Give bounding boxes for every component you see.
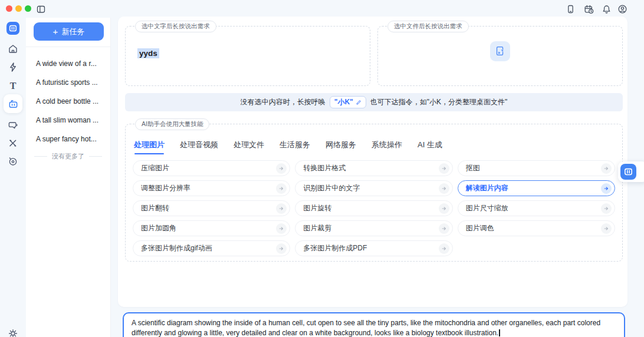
arrow-right-icon: [276, 203, 287, 214]
no-more-label: 没有更多了: [26, 152, 110, 161]
arrow-right-icon: [601, 223, 612, 234]
text-tool-icon[interactable]: T: [8, 81, 18, 91]
skill-button[interactable]: 压缩图片: [133, 160, 290, 176]
arrow-right-icon: [439, 183, 449, 194]
arrow-right-icon: [276, 223, 287, 234]
skill-button[interactable]: 图片旋转: [295, 200, 452, 216]
skills-tabs: 处理图片 处理音视频 处理文件 生活服务 网络服务 系统操作 AI 生成: [134, 140, 614, 150]
tab-process-image[interactable]: 处理图片: [134, 140, 165, 150]
skill-label: 图片加圆角: [141, 223, 176, 233]
task-list: A wide view of a r... A futuristic sport…: [26, 54, 110, 148]
task-item[interactable]: A futuristic sports ...: [26, 73, 110, 92]
skill-button[interactable]: 识别图片中的文字: [295, 180, 452, 196]
arrow-right-icon: [439, 223, 449, 234]
selected-text-box-label: 选中文字后长按说出需求: [135, 21, 216, 32]
sidebar-toggle-icon[interactable]: [36, 4, 46, 14]
skills-box-label: AI助手会使用大量技能: [135, 118, 209, 130]
tools-icon[interactable]: [8, 138, 18, 148]
app-window: T + 新任务 A wide view of a r... A futurist…: [0, 0, 644, 337]
skill-button[interactable]: 图片翻转: [133, 200, 290, 216]
device-icon[interactable]: [566, 4, 576, 14]
new-task-button[interactable]: + 新任务: [34, 22, 104, 41]
arrow-right-icon: [439, 243, 449, 254]
edit-pencil-icon: [356, 100, 362, 105]
selected-text-content[interactable]: yyds: [137, 48, 159, 58]
skill-label: 图片裁剪: [303, 223, 331, 233]
skill-label: 图片尺寸缩放: [466, 203, 508, 213]
robot-icon[interactable]: [4, 94, 22, 113]
compass-icon[interactable]: [8, 156, 18, 167]
arrow-right-icon: [601, 203, 612, 214]
minimize-window-button[interactable]: [15, 5, 22, 12]
icon-rail: T: [0, 18, 26, 337]
arrow-right-icon: [439, 203, 449, 214]
skills-box: AI助手会使用大量技能 处理图片 处理音视频 处理文件 生活服务 网络服务 系统…: [125, 124, 623, 262]
plus-icon: +: [53, 27, 58, 36]
skill-label: 压缩图片: [141, 163, 169, 173]
main-panel: 选中文字后长按说出需求 yyds 选中文件后长按说出需求 没有选中内容时，长按呼…: [118, 16, 627, 307]
selected-text-box: 选中文字后长按说出需求 yyds: [125, 26, 370, 86]
arrow-right-icon: [276, 183, 287, 194]
app-logo-columns-icon[interactable]: [6, 22, 19, 35]
skill-button[interactable]: 多张图片制作成PDF: [295, 240, 452, 256]
skill-label: 解读图片内容: [466, 183, 508, 193]
skill-button-highlighted[interactable]: 解读图片内容: [458, 180, 615, 196]
skill-label: 图片调色: [466, 223, 494, 233]
sidebar-divider: [26, 47, 110, 47]
tab-ai-generate[interactable]: AI 生成: [418, 140, 442, 150]
close-window-button[interactable]: [6, 5, 12, 12]
banner-text-post: 也可下达指令，如"小K，分类整理桌面文件": [370, 97, 508, 107]
skill-button[interactable]: 多张图片制作成gif动画: [133, 240, 290, 256]
task-item[interactable]: A super fancy hot...: [26, 130, 110, 148]
task-item[interactable]: A cold beer bottle ...: [26, 92, 110, 111]
skill-label: 图片旋转: [303, 203, 331, 213]
skill-button[interactable]: 抠图: [458, 160, 615, 176]
file-cursor-icon: [490, 41, 510, 61]
tab-process-av[interactable]: 处理音视频: [180, 140, 218, 150]
title-bar: [0, 0, 644, 18]
zoom-window-button[interactable]: [25, 5, 31, 12]
skill-button[interactable]: 调整图片分辨率: [133, 180, 290, 196]
tab-process-file[interactable]: 处理文件: [234, 140, 264, 150]
tab-life-services[interactable]: 生活服务: [280, 140, 310, 150]
skill-label: 识别图片中的文字: [303, 183, 360, 193]
gear-icon[interactable]: [8, 328, 18, 337]
arrow-right-icon: [276, 163, 287, 174]
skill-button[interactable]: 图片加圆角: [133, 220, 290, 236]
skills-grid: 压缩图片 转换图片格式 抠图 调整图片分辨率 识别图片中的文字 解读图片内容 图…: [133, 160, 615, 256]
banner-text-pre: 没有选中内容时，长按呼唤: [241, 97, 326, 107]
home-icon[interactable]: [8, 44, 18, 54]
skill-button[interactable]: 图片调色: [458, 220, 615, 236]
arrow-right-icon: [601, 163, 612, 174]
columns-icon: [624, 167, 633, 176]
account-icon[interactable]: [617, 4, 627, 14]
lightning-icon[interactable]: [8, 62, 18, 72]
skill-button[interactable]: 图片尺寸缩放: [458, 200, 615, 216]
wake-word-chip[interactable]: "小K": [330, 96, 366, 108]
skill-label: 调整图片分辨率: [141, 183, 190, 193]
new-task-label: 新任务: [61, 27, 84, 37]
skill-button[interactable]: 图片裁剪: [295, 220, 452, 236]
skill-button[interactable]: 转换图片格式: [295, 160, 452, 176]
arrow-right-icon: [601, 183, 612, 194]
task-sidebar: + 新任务 A wide view of a r... A futuristic…: [26, 18, 111, 337]
text-tool-glyph: T: [8, 81, 18, 91]
selected-file-box: 选中文件后长按说出需求: [377, 26, 623, 86]
bell-icon[interactable]: [602, 4, 612, 14]
tab-system-ops[interactable]: 系统操作: [372, 140, 402, 150]
tab-network-services[interactable]: 网络服务: [326, 140, 356, 150]
arrow-right-icon: [276, 243, 287, 254]
prompt-text: A scientific diagram showing the inside …: [132, 319, 600, 337]
task-item[interactable]: A wide view of a r...: [26, 54, 110, 73]
skill-label: 多张图片制作成PDF: [303, 243, 367, 253]
floating-columns-button[interactable]: [620, 164, 636, 180]
prompt-input[interactable]: A scientific diagram showing the inside …: [123, 312, 625, 337]
wake-word-label: "小K": [334, 97, 353, 107]
calendar-icon[interactable]: [584, 4, 594, 14]
selected-file-box-label: 选中文件后长按说出需求: [387, 21, 469, 32]
skill-label: 图片翻转: [141, 203, 169, 213]
floating-dock: [618, 161, 644, 182]
chat-icon[interactable]: [8, 120, 18, 131]
skill-label: 多张图片制作成gif动画: [141, 243, 212, 253]
task-item[interactable]: A tall slim woman ...: [26, 111, 110, 130]
